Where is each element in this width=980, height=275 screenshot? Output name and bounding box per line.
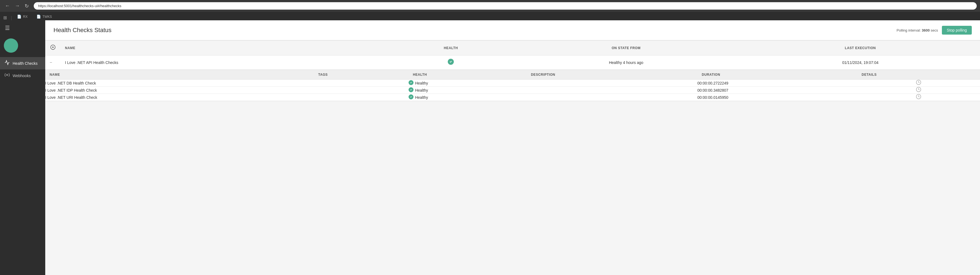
sub-row-1-details — [857, 87, 980, 94]
sub-table-row: NAME TAGS HEALTH DESCRIPTION DURATION DE… — [45, 70, 980, 101]
main-content: Health Checks Status Polling interval: 3… — [45, 20, 980, 275]
sub-th-duration: DURATION — [697, 70, 857, 80]
avatar — [4, 38, 18, 53]
row-health-cell — [390, 56, 512, 70]
sub-th-name: NAME — [45, 70, 314, 80]
sub-health-text-2: Healthy — [415, 95, 428, 100]
sub-table-row-1: I Love .NET IDP Health Check — [45, 87, 980, 94]
grid-icon[interactable]: ⊞ — [3, 15, 7, 20]
sub-row-0-health: Healthy — [409, 80, 527, 87]
sub-row-1-health: Healthy — [409, 87, 527, 94]
sub-table-head: NAME TAGS HEALTH DESCRIPTION DURATION DE… — [45, 70, 980, 80]
expand-cell: − — [45, 56, 60, 70]
row-name: I Love .NET API Health Checks — [65, 61, 118, 65]
polling-interval-value: 3600 — [922, 28, 930, 32]
sub-row-2-details — [857, 94, 980, 101]
th-last-execution: LAST EXECUTION — [741, 41, 980, 56]
polling-label: Polling interval: 3600 secs — [897, 28, 938, 32]
health-checks-table-container: NAME HEALTH ON STATE FROM LAST EXECUTION… — [45, 40, 980, 101]
sub-table-container: NAME TAGS HEALTH DESCRIPTION DURATION DE… — [45, 70, 980, 101]
th-on-state-from: ON STATE FROM — [512, 41, 741, 56]
reload-button[interactable]: ↻ — [23, 2, 30, 10]
tab-rx[interactable]: 📄 RX — [14, 13, 31, 20]
sub-row-2-duration: 00:00:00.0145950 — [697, 94, 857, 101]
main-table-body: − I Love .NET API Health Checks — [45, 56, 980, 101]
th-name: NAME — [60, 41, 390, 56]
sub-row-0-duration: 00:00:00.2722249 — [697, 80, 857, 87]
tab-twks-label: TWKS — [43, 15, 52, 19]
table-row: − I Love .NET API Health Checks — [45, 56, 980, 70]
page-title: Health Checks Status — [54, 27, 111, 34]
hamburger-button[interactable]: ☰ — [4, 24, 11, 32]
sidebar-item-health-checks[interactable]: Health Checks — [0, 57, 45, 69]
sub-table-row-0: I Love .NET DB Health Check — [45, 80, 980, 87]
browser-chrome: ← → ↻ — [0, 0, 980, 12]
row-last-execution-cell: 01/11/2024, 19:07:04 — [741, 56, 980, 70]
svg-point-0 — [6, 74, 8, 76]
history-icon-2[interactable] — [916, 95, 921, 101]
sub-table-header-row: NAME TAGS HEALTH DESCRIPTION DURATION DE… — [45, 70, 980, 80]
webhooks-icon — [5, 72, 10, 79]
sub-th-tags: TAGS — [314, 70, 408, 80]
sub-row-1-tags — [314, 87, 408, 94]
address-bar[interactable] — [34, 2, 977, 10]
sub-health-dot-2 — [409, 94, 414, 101]
sub-health-text-0: Healthy — [415, 81, 428, 85]
tab-bar: ⊞ 📄 RX 📄 TWKS — [0, 12, 980, 20]
sidebar-webhooks-label: Webhooks — [13, 74, 31, 78]
sub-health-text-1: Healthy — [415, 88, 428, 93]
sub-row-0-description — [527, 80, 697, 87]
sub-row-2-name: I Love .NET URI Health Check — [45, 94, 314, 101]
sub-row-0-details — [857, 80, 980, 87]
history-icon-0[interactable] — [916, 81, 921, 86]
sub-row-2-health: Healthy — [409, 94, 527, 101]
sidebar-health-checks-label: Health Checks — [13, 61, 38, 66]
th-add — [45, 41, 60, 56]
sidebar: ☰ Health Checks W — [0, 20, 45, 275]
health-checks-table: NAME HEALTH ON STATE FROM LAST EXECUTION… — [45, 40, 980, 101]
sub-th-details: DETAILS — [857, 70, 980, 80]
sub-row-0-tags — [314, 80, 408, 87]
sub-th-health: HEALTH — [409, 70, 527, 80]
header-right: Polling interval: 3600 secs Stop polling — [897, 26, 972, 35]
sub-table-row-2: I Love .NET URI Health Check — [45, 94, 980, 101]
sub-table-cell: NAME TAGS HEALTH DESCRIPTION DURATION DE… — [45, 70, 980, 101]
history-icon-1[interactable] — [916, 88, 921, 93]
sub-row-1-description — [527, 87, 697, 94]
main-table-head: NAME HEALTH ON STATE FROM LAST EXECUTION — [45, 41, 980, 56]
sub-health-dot-0 — [409, 80, 414, 86]
row-on-state-from: Healthy 4 hours ago — [609, 61, 643, 65]
sub-row-0-name: I Love .NET DB Health Check — [45, 80, 314, 87]
tab-rx-icon: 📄 — [17, 14, 21, 19]
health-ok-icon — [448, 60, 454, 66]
th-health: HEALTH — [390, 41, 512, 56]
nav-buttons: ← → ↻ — [3, 2, 30, 10]
health-checks-icon — [5, 60, 10, 67]
row-on-state-from-cell: Healthy 4 hours ago — [512, 56, 741, 70]
back-button[interactable]: ← — [3, 2, 11, 9]
add-health-check-button[interactable] — [49, 44, 56, 52]
avatar-section — [0, 36, 45, 57]
sub-table: NAME TAGS HEALTH DESCRIPTION DURATION DE… — [45, 70, 980, 101]
sub-row-1-name: I Love .NET IDP Health Check — [45, 87, 314, 94]
app: ☰ Health Checks W — [0, 20, 980, 275]
sidebar-item-webhooks[interactable]: Webhooks — [0, 69, 45, 82]
page-header: Health Checks Status Polling interval: 3… — [45, 20, 980, 40]
sub-table-body: I Love .NET DB Health Check — [45, 80, 980, 101]
tab-twks[interactable]: 📄 TWKS — [33, 13, 56, 20]
stop-polling-button[interactable]: Stop polling — [942, 26, 972, 35]
sidebar-header: ☰ — [0, 20, 45, 36]
row-name-cell: I Love .NET API Health Checks — [60, 56, 390, 70]
sub-row-2-tags — [314, 94, 408, 101]
main-table-header-row: NAME HEALTH ON STATE FROM LAST EXECUTION — [45, 41, 980, 56]
sub-row-1-duration: 00:00:00.3482807 — [697, 87, 857, 94]
collapse-icon[interactable]: − — [49, 60, 52, 65]
sub-th-description: DESCRIPTION — [527, 70, 697, 80]
sub-health-dot-1 — [409, 87, 414, 93]
sub-row-2-description — [527, 94, 697, 101]
sidebar-nav: Health Checks Webhooks — [0, 57, 45, 275]
tab-rx-label: RX — [23, 15, 28, 19]
forward-button[interactable]: → — [13, 2, 21, 9]
tab-twks-icon: 📄 — [37, 14, 41, 19]
row-last-execution: 01/11/2024, 19:07:04 — [842, 61, 878, 65]
